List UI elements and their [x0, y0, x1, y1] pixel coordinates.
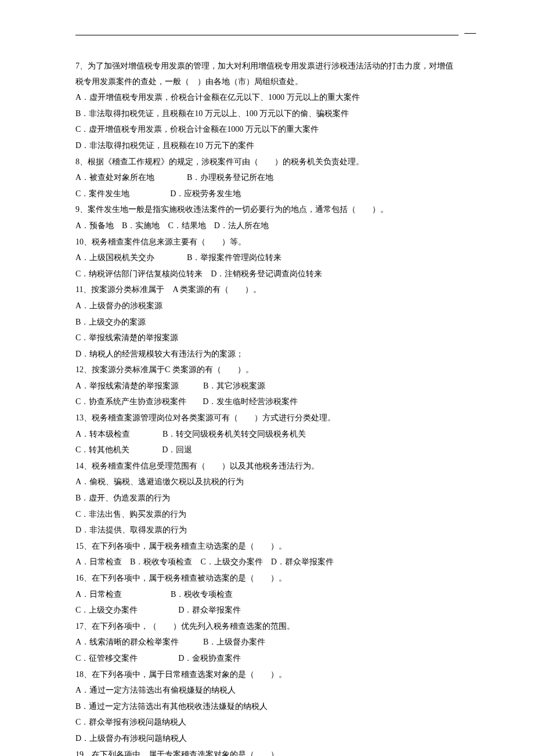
question-option: B．上级交办的案源 — [75, 315, 459, 330]
question-option: C．群众举报有涉税问题纳税人 — [75, 715, 459, 730]
question-stem: 10、税务稽查案件信息来源主要有（ ）等。 — [75, 235, 459, 250]
question-option: D．上级督办有涉税问题纳税人 — [75, 731, 459, 747]
question-option: C．上级交办案件 D．群众举报案件 — [75, 603, 459, 618]
question-stem: 11、按案源分类标准属于 A 类案源的有（ ）。 — [75, 282, 459, 298]
question-option: C．案件发生地 D．应税劳务发生地 — [75, 186, 459, 202]
question-stem: 9、案件发生地一般是指实施税收违法案件的一切必要行为的地点，通常包括（ ）。 — [75, 202, 459, 218]
question-option: D．非法提供、取得发票的行为 — [75, 523, 459, 538]
question-stem: 8、根据《稽查工作规程》的规定，涉税案件可由（ ）的税务机关负责处理。 — [75, 154, 459, 170]
question-option: C．非法出售、购买发票的行为 — [75, 507, 459, 523]
question-stem: 16、在下列各项中，属于税务稽查被动选案的是（ ）。 — [75, 571, 459, 586]
question-option: A．日常检查 B．税收专项检查 C．上级交办案件 D．群众举报案件 — [75, 555, 459, 570]
question-option: C．纳税评估部门评估复核岗位转来 D．注销税务登记调查岗位转来 — [75, 267, 459, 282]
question-stem: 7、为了加强对增值税专用发票的管理，加大对利用增值税专用发票进行涉税违法活动的打… — [75, 59, 459, 89]
question-list: 7、为了加强对增值税专用发票的管理，加大对利用增值税专用发票进行涉税违法活动的打… — [75, 59, 459, 756]
header-rule — [75, 35, 459, 35]
question-option: A．上级国税机关交办 B．举报案件管理岗位转来 — [75, 250, 459, 266]
question-option: C．协查系统产生协查涉税案件 D．发生临时经营涉税案件 — [75, 394, 459, 410]
footer-page-number: 4 — [454, 754, 459, 756]
question-stem: 17、在下列各项中，（ ）优先列入税务稽查选案的范围。 — [75, 619, 459, 635]
question-option: B．通过一定方法筛选出有其他税收违法嫌疑的纳税人 — [75, 699, 459, 715]
question-option: B．非法取得扣税凭证，且税额在10 万元以上、100 万元以下的偷、骗税案件 — [75, 106, 459, 122]
question-option: A．举报线索清楚的举报案源 B．其它涉税案源 — [75, 379, 459, 394]
question-option: A．日常检查 B．税收专项检查 — [75, 587, 459, 603]
footer-left-text: 欢迎下载 — [75, 754, 108, 756]
page-footer: 欢迎下载 4 — [75, 754, 459, 756]
question-option: A．虚开增值税专用发票，价税合计金额在亿元以下、1000 万元以上的重大案件 — [75, 90, 459, 106]
question-option: C．举报线索清楚的举报案源 — [75, 330, 459, 346]
question-option: B．虚开、伪造发票的行为 — [75, 491, 459, 506]
question-stem: 15、在下列各项中，属于税务稽查主动选案的是（ ）。 — [75, 539, 459, 555]
question-option: A．转本级检查 B．转交同级税务机关转交同级税务机关 — [75, 427, 459, 442]
question-option: C．转其他机关 D．回退 — [75, 442, 459, 458]
question-stem: 14、税务稽查案件信息受理范围有（ ）以及其他税务违法行为。 — [75, 459, 459, 474]
question-option: D．非法取得扣税凭证，且税额在10 万元下的案件 — [75, 138, 459, 154]
question-option: A．预备地 B．实施地 C．结果地 D．法人所在地 — [75, 218, 459, 234]
question-stem: 18、在下列各项中，属于日常稽查选案对象的是（ ）。 — [75, 667, 459, 683]
question-option: A．通过一定方法筛选出有偷税嫌疑的纳税人 — [75, 683, 459, 699]
question-option: A．线索清晰的群众检举案件 B．上级督办案件 — [75, 635, 459, 650]
question-option: C．虚开增值税专用发票，价税合计金额在1000 万元以下的重大案件 — [75, 122, 459, 138]
question-stem: 13、税务稽查案源管理岗位对各类案源可有（ ）方式进行分类处理。 — [75, 411, 459, 426]
question-stem: 12、按案源分类标准属于C 类案源的有（ ）。 — [75, 362, 459, 378]
question-option: A．被查处对象所在地 B．办理税务登记所在地 — [75, 170, 459, 186]
question-option: D．纳税人的经营规模较大有违法行为的案源； — [75, 347, 459, 362]
question-option: A．上级督办的涉税案源 — [75, 298, 459, 314]
question-option: A．偷税、骗税、逃避追缴欠税以及抗税的行为 — [75, 474, 459, 490]
question-option: C．征管移交案件 D．金税协查案件 — [75, 651, 459, 667]
